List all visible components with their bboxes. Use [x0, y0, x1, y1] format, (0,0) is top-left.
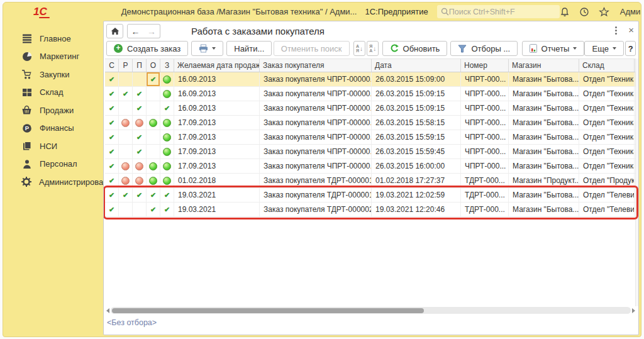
help-button[interactable]: ?: [625, 41, 636, 56]
sidebar-item-label: Главное: [40, 34, 71, 43]
horizontal-scrollbar[interactable]: [105, 306, 636, 314]
status-cell: [160, 159, 174, 173]
cell-desired-date: 17.09.2013: [174, 145, 260, 158]
table-row[interactable]: ✔ ✔ ✔ 16.09.2013 Заказ покупателя ЧПРТ-0…: [105, 101, 635, 116]
status-check-icon: ✔: [109, 134, 114, 141]
table-row[interactable]: ✔ ✔ ✔ ✔ ✔ 19.03.2021 Заказ покупателя ТД…: [105, 188, 635, 203]
find-button[interactable]: Найти...: [226, 41, 272, 56]
cell-date: 26.03.2015 15:59:45: [372, 145, 461, 158]
sort-descending-button[interactable]: ЯА ↓: [367, 41, 379, 56]
status-green-ball-icon: [149, 177, 157, 185]
refresh-button[interactable]: Обновить: [382, 41, 448, 56]
status-cell: [160, 130, 174, 144]
back-button[interactable]: ←: [127, 24, 144, 38]
filters-button[interactable]: Отборы ...: [450, 41, 518, 56]
sidebar-item-1[interactable]: Маркетинг: [3, 48, 103, 66]
status-cell: [160, 174, 174, 187]
funnel-icon: [458, 45, 467, 53]
sidebar-item-6[interactable]: НСИ: [3, 137, 103, 155]
status-cell: ✔: [160, 101, 174, 115]
sections-list-icon: [21, 33, 32, 43]
refresh-icon: [390, 44, 399, 53]
table-row[interactable]: ✔ ✔ ✔ 19.03.2021 Заказ покупателя ТДРТ-0…: [105, 203, 635, 217]
table-row[interactable]: ✔ ✔ 16.09.2013 Заказ покупателя ЧПРТ-000…: [105, 72, 635, 87]
table-row[interactable]: ✔ ✔ 17.09.2013 Заказ покупателя ЧПРТ-000…: [105, 130, 635, 145]
scroll-left-arrow-icon[interactable]: [106, 308, 109, 313]
scrollbar-thumb[interactable]: [112, 308, 424, 313]
pallet-grid-icon: [21, 87, 32, 97]
vertical-scrollbar[interactable]: [635, 58, 639, 306]
current-user[interactable]: Администратор узла: [620, 7, 641, 16]
status-cell: [133, 203, 147, 216]
cell-store: Магазин "Бытова...: [509, 159, 579, 173]
cell-number: ЧПРТ-000...: [461, 87, 509, 101]
search-input[interactable]: [449, 8, 556, 16]
status-cell: ✔: [105, 130, 119, 144]
table-row[interactable]: ✔ ✔ 17.09.2013 Заказ покупателя ЧПРТ-000…: [105, 145, 635, 159]
cell-desired-date: 17.09.2013: [174, 130, 260, 144]
status-cell: [119, 116, 133, 130]
cell-date: 19.03.2021 12:02:59: [372, 188, 461, 202]
column-header-1[interactable]: Р: [119, 59, 133, 72]
column-header-0[interactable]: С: [105, 59, 119, 72]
column-header-4[interactable]: З: [160, 59, 174, 72]
status-cell: ✔: [133, 145, 147, 158]
home-button[interactable]: [106, 24, 123, 38]
plus-icon: +: [114, 44, 123, 53]
notifications-bell-icon[interactable]: [560, 7, 570, 17]
filter-status-link[interactable]: <Без отбора>: [107, 318, 157, 327]
cell-date: 26.03.2015 15:09:15: [372, 87, 461, 101]
sort-ascending-button[interactable]: АЯ ↓: [353, 41, 365, 56]
table-row[interactable]: ✔ 01.02.2018 Заказ покупателя ТДРТ-00000…: [105, 174, 635, 188]
forward-button[interactable]: →: [143, 24, 160, 38]
column-header-7[interactable]: Дата: [372, 59, 461, 72]
sort-arrow-icon: ↓: [360, 45, 363, 52]
status-cell: ✔: [133, 188, 147, 202]
column-header-9[interactable]: Магазин: [509, 59, 579, 72]
status-cell: ✔: [105, 72, 119, 86]
sidebar-item-2[interactable]: Закупки: [3, 65, 103, 84]
cancel-search-button[interactable]: Отменить поиск: [274, 41, 350, 56]
cell-store: Магазин "Бытова...: [509, 116, 579, 130]
panel-close-icon[interactable]: ×: [628, 25, 634, 35]
status-cell: [160, 72, 174, 86]
column-header-10[interactable]: Склад: [579, 59, 635, 72]
cell-warehouse: Отдел "Телевизо: [579, 188, 635, 202]
orders-table: СРПОЗЖелаемая дата продажиЗаказ покупате…: [105, 58, 635, 217]
column-header-5[interactable]: Желаемая дата продажи: [174, 59, 260, 72]
status-check-icon: ✔: [109, 206, 114, 213]
cell-order: Заказ покупателя ТДРТ-000001...: [260, 188, 372, 202]
table-row[interactable]: ✔ 17.09.2013 Заказ покупателя ЧПРТ-00000…: [105, 159, 635, 174]
column-header-3[interactable]: О: [147, 59, 160, 72]
more-button[interactable]: Еще: [584, 41, 623, 56]
cell-desired-date: 19.03.2021: [174, 188, 260, 202]
status-cell: ✔: [147, 188, 160, 202]
global-search[interactable]: [437, 5, 560, 18]
scrollbar-track[interactable]: [111, 307, 631, 314]
sidebar-item-7[interactable]: Персонал: [3, 155, 103, 174]
table-row[interactable]: ✔ 17.09.2013 Заказ покупателя ЧПРТ-00000…: [105, 116, 635, 130]
cell-order: Заказ покупателя ТДРТ-000002...: [260, 203, 372, 216]
cell-order: Заказ покупателя ЧПРТ-00000...: [260, 72, 372, 86]
history-icon[interactable]: [579, 7, 589, 17]
scroll-right-arrow-icon[interactable]: [632, 308, 635, 313]
panel-menu-icon[interactable]: [611, 26, 620, 36]
sidebar-item-0[interactable]: Главное: [3, 30, 103, 48]
status-green-ball-icon: [149, 162, 157, 170]
column-header-8[interactable]: Номер: [461, 59, 509, 72]
sidebar-item-8[interactable]: Администрирование: [3, 173, 103, 191]
status-cell: ✔: [119, 87, 133, 101]
status-check-icon: ✔: [136, 91, 142, 97]
sort-arrow-icon: ↓: [373, 45, 376, 52]
sidebar-item-4[interactable]: Продажи: [3, 101, 103, 119]
create-order-button[interactable]: + Создать заказ: [106, 41, 188, 56]
favorites-star-icon[interactable]: [599, 7, 609, 17]
print-button[interactable]: [191, 41, 223, 56]
sidebar-item-5[interactable]: РФинансы: [3, 119, 103, 138]
table-row[interactable]: ✔ ✔ ✔ 16.09.2013 Заказ покупателя ЧПРТ-0…: [105, 87, 635, 101]
column-header-2[interactable]: П: [133, 59, 147, 72]
column-header-6[interactable]: Заказ покупателя: [260, 59, 372, 72]
reports-button[interactable]: Отчеты: [522, 41, 585, 56]
sidebar-item-3[interactable]: Склад: [3, 84, 103, 102]
cell-date: 26.03.2015 15:58:15: [372, 116, 461, 130]
